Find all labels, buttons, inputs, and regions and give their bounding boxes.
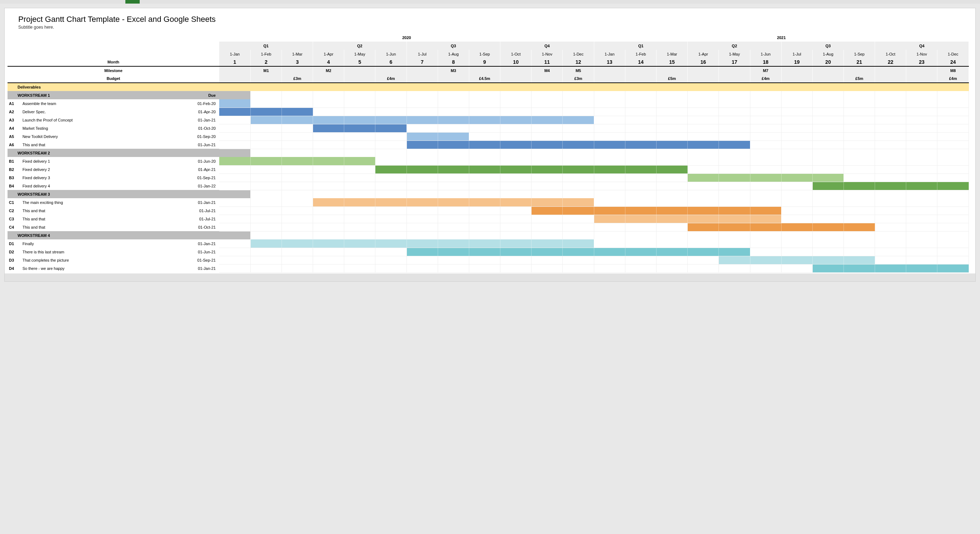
timeline-cell[interactable] [344,215,375,223]
timeline-cell[interactable] [750,165,781,174]
gantt-bar-segment[interactable] [594,140,625,149]
timeline-cell[interactable] [594,182,625,190]
timeline-cell[interactable] [781,239,812,248]
timeline-cell[interactable] [563,124,594,132]
timeline-cell[interactable] [282,124,313,132]
gantt-bar-segment[interactable] [469,116,500,124]
timeline-cell[interactable] [719,182,750,190]
timeline-cell[interactable] [781,248,812,256]
timeline-cell[interactable] [407,215,438,223]
timeline-cell[interactable] [344,206,375,215]
gantt-bar-segment[interactable] [375,198,407,206]
timeline-cell[interactable] [594,256,625,264]
timeline-cell[interactable] [594,124,625,132]
timeline-cell[interactable] [937,132,969,140]
gantt-bar-segment[interactable] [531,206,563,215]
timeline-cell[interactable] [843,99,875,107]
timeline-cell[interactable] [407,223,438,231]
timeline-cell[interactable] [750,99,781,107]
timeline-cell[interactable] [438,206,469,215]
timeline-cell[interactable] [875,165,906,174]
timeline-cell[interactable] [407,182,438,190]
timeline-cell[interactable] [375,248,407,256]
timeline-cell[interactable] [937,215,969,223]
timeline-cell[interactable] [843,239,875,248]
timeline-cell[interactable] [750,239,781,248]
timeline-cell[interactable] [594,132,625,140]
timeline-cell[interactable] [407,99,438,107]
timeline-cell[interactable] [469,215,500,223]
gantt-bar-segment[interactable] [625,206,656,215]
gantt-bar-segment[interactable] [625,165,656,174]
gantt-bar-segment[interactable] [282,116,313,124]
timeline-cell[interactable] [313,264,344,273]
gantt-bar-segment[interactable] [344,157,375,165]
timeline-cell[interactable] [250,198,282,206]
timeline-cell[interactable] [937,107,969,116]
gantt-bar-segment[interactable] [594,248,625,256]
timeline-cell[interactable] [937,206,969,215]
timeline-cell[interactable] [875,223,906,231]
gantt-bar-segment[interactable] [375,116,407,124]
timeline-cell[interactable] [500,124,531,132]
timeline-cell[interactable] [906,107,937,116]
timeline-cell[interactable] [812,206,843,215]
timeline-cell[interactable] [688,165,719,174]
gantt-bar-segment[interactable] [531,239,563,248]
timeline-cell[interactable] [594,107,625,116]
timeline-cell[interactable] [344,182,375,190]
timeline-cell[interactable] [438,124,469,132]
timeline-cell[interactable] [531,223,563,231]
gantt-bar-segment[interactable] [719,256,750,264]
timeline-cell[interactable] [313,182,344,190]
timeline-cell[interactable] [812,140,843,149]
timeline-cell[interactable] [563,132,594,140]
gantt-bar-segment[interactable] [719,174,750,182]
gantt-bar-segment[interactable] [407,248,438,256]
timeline-cell[interactable] [875,239,906,248]
gantt-bar-segment[interactable] [719,248,750,256]
timeline-cell[interactable] [875,132,906,140]
timeline-cell[interactable] [937,174,969,182]
timeline-cell[interactable] [375,99,407,107]
timeline-cell[interactable] [937,99,969,107]
gantt-bar-segment[interactable] [469,165,500,174]
gantt-bar-segment[interactable] [563,206,594,215]
timeline-cell[interactable] [219,239,250,248]
timeline-cell[interactable] [469,107,500,116]
gantt-bar-segment[interactable] [282,239,313,248]
timeline-cell[interactable] [625,223,656,231]
timeline-cell[interactable] [500,215,531,223]
timeline-cell[interactable] [937,157,969,165]
gantt-bar-segment[interactable] [407,116,438,124]
timeline-cell[interactable] [438,174,469,182]
timeline-cell[interactable] [375,223,407,231]
gantt-bar-segment[interactable] [563,140,594,149]
gantt-bar-segment[interactable] [469,140,500,149]
timeline-cell[interactable] [781,116,812,124]
timeline-cell[interactable] [875,107,906,116]
timeline-cell[interactable] [875,157,906,165]
timeline-cell[interactable] [282,206,313,215]
gantt-bar-segment[interactable] [407,198,438,206]
timeline-cell[interactable] [843,140,875,149]
timeline-cell[interactable] [500,132,531,140]
gantt-bar-segment[interactable] [375,239,407,248]
timeline-cell[interactable] [313,248,344,256]
timeline-cell[interactable] [812,132,843,140]
gantt-bar-segment[interactable] [937,264,969,273]
timeline-cell[interactable] [469,206,500,215]
timeline-cell[interactable] [344,99,375,107]
timeline-cell[interactable] [843,157,875,165]
gantt-bar-segment[interactable] [750,256,781,264]
timeline-cell[interactable] [219,132,250,140]
timeline-cell[interactable] [219,248,250,256]
timeline-cell[interactable] [282,182,313,190]
gantt-bar-segment[interactable] [688,140,719,149]
gantt-bar-segment[interactable] [500,248,531,256]
gantt-bar-segment[interactable] [250,107,282,116]
timeline-cell[interactable] [688,116,719,124]
timeline-cell[interactable] [781,198,812,206]
gantt-bar-segment[interactable] [469,248,500,256]
gantt-bar-segment[interactable] [688,215,719,223]
